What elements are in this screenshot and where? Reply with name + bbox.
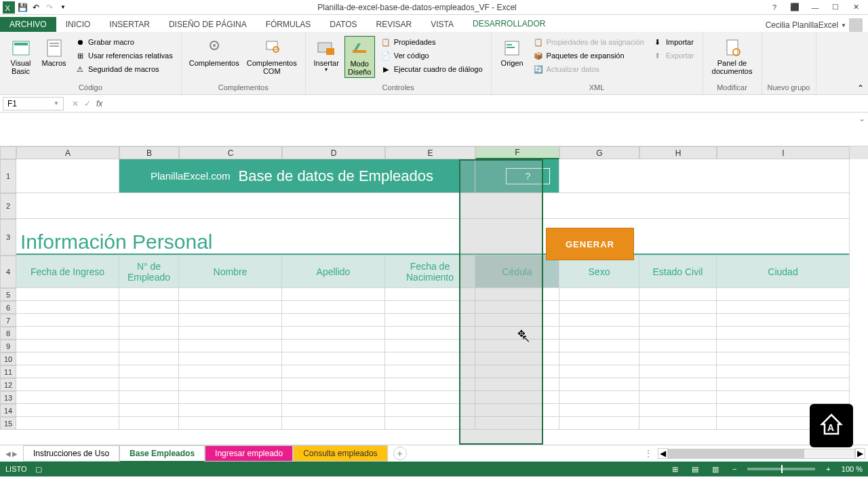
cell[interactable] <box>179 417 282 430</box>
cell[interactable] <box>179 288 282 301</box>
cell[interactable] <box>639 378 717 391</box>
view-normal-icon[interactable]: ⊞ <box>669 465 681 474</box>
cell[interactable] <box>119 301 179 314</box>
row-4[interactable]: 4 <box>0 256 16 288</box>
row-6[interactable]: 6 <box>0 301 16 314</box>
cell[interactable] <box>385 314 475 327</box>
row-12[interactable]: 12 <box>0 378 16 391</box>
cell[interactable] <box>559 301 639 314</box>
cell[interactable] <box>179 365 282 378</box>
cell[interactable] <box>179 378 282 391</box>
col-c[interactable]: C <box>179 146 282 159</box>
cell[interactable] <box>282 340 385 352</box>
ver-codigo-button[interactable]: 📄Ver código <box>378 49 486 62</box>
tab-inicio[interactable]: INICIO <box>56 17 100 32</box>
cell[interactable] <box>475 365 559 378</box>
tab-insertar[interactable]: INSERTAR <box>100 17 159 32</box>
cell[interactable] <box>559 288 639 301</box>
cell[interactable] <box>16 301 119 314</box>
cell[interactable] <box>385 417 475 430</box>
cell[interactable] <box>282 404 385 417</box>
row-15[interactable]: 15 <box>0 417 16 430</box>
sheet-instrucciones[interactable]: Instrucciones de Uso <box>23 445 119 462</box>
tab-vista[interactable]: VISTA <box>421 17 463 32</box>
maximize-icon[interactable]: ☐ <box>826 1 845 14</box>
cell[interactable] <box>119 352 179 365</box>
grabar-macro-button[interactable]: ⏺Grabar macro <box>72 36 176 48</box>
cell[interactable] <box>639 404 717 417</box>
hdr-apellido[interactable]: Apellido <box>282 256 385 288</box>
cell[interactable] <box>717 314 850 327</box>
cell[interactable] <box>282 378 385 391</box>
cell[interactable] <box>119 417 179 430</box>
cell[interactable] <box>559 378 639 391</box>
macro-record-icon[interactable]: ▢ <box>35 465 42 474</box>
cell[interactable] <box>717 378 850 391</box>
ribbon-options-icon[interactable]: ⬛ <box>785 1 804 14</box>
insertar-control-button[interactable]: Insertar▾ <box>311 36 342 75</box>
visual-basic-button[interactable]: Visual Basic <box>5 36 36 77</box>
cell[interactable] <box>385 327 475 340</box>
cell[interactable] <box>475 314 559 327</box>
cell[interactable] <box>282 314 385 327</box>
cell[interactable] <box>559 352 639 365</box>
sheet-ingresar-empleado[interactable]: Ingresar empleado <box>205 445 293 462</box>
cell[interactable] <box>475 378 559 391</box>
seguridad-macros-button[interactable]: ⚠Seguridad de macros <box>72 63 176 75</box>
cell[interactable] <box>559 314 639 327</box>
cell[interactable] <box>119 340 179 352</box>
referencias-relativas-button[interactable]: ⊞Usar referencias relativas <box>72 49 176 62</box>
cell[interactable] <box>282 327 385 340</box>
expand-formula-icon[interactable]: ⌄ <box>859 114 865 123</box>
save-icon[interactable]: 💾 <box>16 1 28 14</box>
hdr-ciudad[interactable]: Ciudad <box>717 256 850 288</box>
cell[interactable] <box>475 340 559 352</box>
cell[interactable] <box>559 340 639 352</box>
cell[interactable] <box>717 365 850 378</box>
cell[interactable] <box>179 314 282 327</box>
cell[interactable] <box>717 301 850 314</box>
cell[interactable] <box>475 417 559 430</box>
cell[interactable] <box>385 288 475 301</box>
cell[interactable] <box>16 340 119 352</box>
zoom-in-icon[interactable]: + <box>823 465 833 473</box>
help-icon[interactable]: ? <box>765 1 784 14</box>
add-sheet-button[interactable]: + <box>393 447 407 460</box>
sheet-nav-prev-icon[interactable]: ◀ <box>5 450 11 458</box>
generar-button[interactable]: GENERAR <box>546 228 634 260</box>
tab-datos[interactable]: DATOS <box>320 17 366 32</box>
ejecutar-dialogo-button[interactable]: ▶Ejecutar cuadro de diálogo <box>378 63 486 75</box>
modo-diseno-button[interactable]: Modo Diseño <box>344 36 375 78</box>
row-2[interactable]: 2 <box>0 193 16 219</box>
cancel-formula-icon[interactable]: ✕ <box>72 99 79 108</box>
minimize-icon[interactable]: — <box>806 1 825 14</box>
undo-icon[interactable]: ↶ <box>30 1 42 14</box>
tab-archivo[interactable]: ARCHIVO <box>0 17 56 32</box>
cell[interactable] <box>559 404 639 417</box>
cell[interactable] <box>639 417 717 430</box>
hdr-cedula[interactable]: Cédula <box>475 256 559 288</box>
view-layout-icon[interactable]: ▤ <box>689 465 701 474</box>
redo-icon[interactable]: ↷ <box>43 1 56 14</box>
cell[interactable] <box>385 365 475 378</box>
complementos-com-button[interactable]: Complementos COM <box>244 36 300 77</box>
row-10[interactable]: 10 <box>0 352 16 365</box>
paquetes-expansion-button[interactable]: 📦Paquetes de expansión <box>530 49 647 62</box>
hdr-nombre[interactable]: Nombre <box>179 256 282 288</box>
sheet-base-empleados[interactable]: Base Empleados <box>119 445 205 462</box>
cell[interactable] <box>475 327 559 340</box>
cell[interactable] <box>385 391 475 404</box>
hdr-fecha-ingreso[interactable]: Fecha de Ingreso <box>16 256 119 288</box>
user-name[interactable]: Cecilia PlanillaExcel <box>766 20 838 30</box>
cell[interactable] <box>282 288 385 301</box>
cell[interactable] <box>639 391 717 404</box>
cell[interactable] <box>16 327 119 340</box>
cell[interactable] <box>385 340 475 352</box>
cell[interactable] <box>639 288 717 301</box>
cell[interactable] <box>16 391 119 404</box>
cell[interactable] <box>475 404 559 417</box>
cell[interactable] <box>179 404 282 417</box>
zoom-out-icon[interactable]: − <box>730 465 739 473</box>
cell[interactable] <box>16 288 119 301</box>
zoom-level[interactable]: 100 % <box>842 465 863 473</box>
